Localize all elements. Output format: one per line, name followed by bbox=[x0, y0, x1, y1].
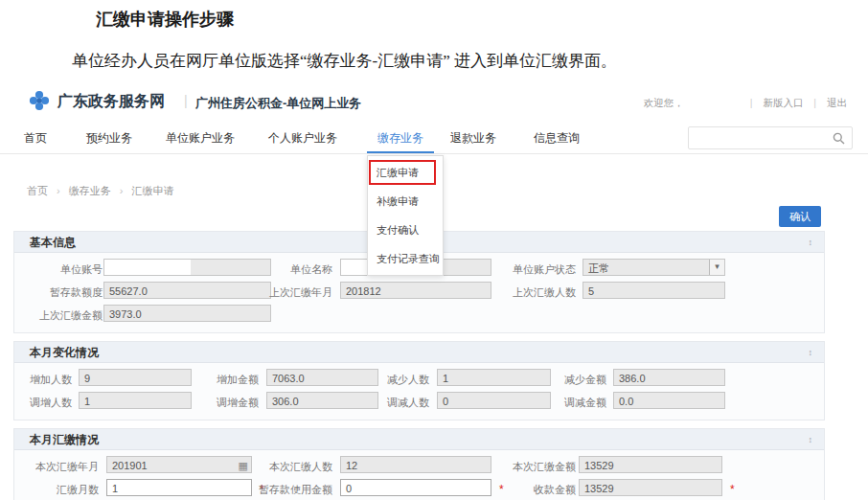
section-header: 本月变化情况 ↕ bbox=[14, 342, 824, 363]
field-label: 调减人数 bbox=[331, 396, 429, 410]
header-separator: | bbox=[813, 97, 816, 108]
confirm-button[interactable]: 确认 bbox=[779, 206, 821, 227]
section-body: 增加人数 9 增加金额 7063.0 减少人数 1 减少金额 386.0 调增人… bbox=[14, 363, 824, 420]
section-month-change: 本月变化情况 ↕ 增加人数 9 增加金额 7063.0 减少人数 1 减少金额 … bbox=[13, 341, 825, 420]
nav-item-personal-account[interactable]: 个人账户业务 bbox=[268, 123, 337, 153]
menu-item-supplement-apply[interactable]: 补缴申请 bbox=[368, 187, 443, 216]
section-title: 本月变化情况 bbox=[30, 346, 99, 359]
brand-subtitle: 广州住房公积金-单位网上业务 bbox=[195, 95, 361, 112]
collapse-icon[interactable]: ↕ bbox=[809, 232, 813, 253]
doc-title: 汇缴申请操作步骤 bbox=[96, 8, 234, 31]
doc-intro: 单位经办人员在网厅单位版选择“缴存业务-汇缴申请” 进入到单位汇缴界面。 bbox=[72, 50, 853, 72]
brand-flower-icon bbox=[29, 90, 50, 115]
field-label: 本次汇缴金额 bbox=[488, 460, 576, 474]
brand-title: 广东政务服务网 bbox=[57, 92, 165, 112]
breadcrumb: 首页 › 缴存业务 › 汇缴申请 bbox=[27, 184, 174, 198]
main-nav: 首页 预约业务 单位账户业务 个人账户业务 缴存业务 退款业务 信息查询 bbox=[0, 123, 868, 154]
link-new-version-entry[interactable]: 新版入口 bbox=[763, 97, 803, 108]
nav-item-appointment[interactable]: 预约业务 bbox=[86, 123, 132, 153]
section-body: 本次汇缴年月 201901 ▦ 本次汇缴人数 12 本次汇缴金额 13529 汇… bbox=[14, 450, 824, 500]
field-label: 暂存款使用金额 bbox=[196, 483, 332, 497]
search-input[interactable] bbox=[688, 126, 853, 149]
field-label: 上次汇缴金额 bbox=[18, 308, 103, 323]
temp-deposit-used-input[interactable]: 0 bbox=[340, 479, 491, 496]
menu-item-payment-confirm[interactable]: 支付确认 bbox=[368, 216, 443, 244]
dropdown-arrow-icon[interactable]: ▾ bbox=[709, 260, 724, 275]
field-label: 增加人数 bbox=[18, 373, 72, 387]
required-marker: * bbox=[730, 483, 735, 496]
field-label: 上次汇缴年月 bbox=[244, 285, 332, 300]
site-header: 广东政务服务网 | 广州住房公积金-单位网上业务 欢迎您， | 新版入口 | 退… bbox=[0, 86, 868, 123]
welcome-text: 欢迎您， bbox=[644, 97, 684, 108]
remit-amount-input[interactable]: 13529 bbox=[579, 456, 722, 473]
breadcrumb-separator: › bbox=[120, 185, 124, 196]
field-label: 上次汇缴人数 bbox=[488, 285, 576, 300]
field-label: 本次汇缴年月 bbox=[18, 460, 99, 474]
field-label: 调减金额 bbox=[480, 396, 606, 410]
search-icon bbox=[833, 132, 845, 145]
adjust-decrease-amount-input[interactable]: 0.0 bbox=[613, 392, 725, 409]
link-logout[interactable]: 退出 bbox=[827, 97, 847, 108]
collapse-icon[interactable]: ↕ bbox=[809, 342, 813, 363]
input-value: 201901 bbox=[112, 460, 148, 471]
nav-item-info-query[interactable]: 信息查询 bbox=[534, 123, 580, 153]
field-label: 单位名称 bbox=[244, 262, 332, 277]
last-remit-amount-input[interactable]: 3973.0 bbox=[103, 305, 271, 322]
breadcrumb-separator: › bbox=[57, 185, 60, 196]
field-label: 收款金额 bbox=[488, 483, 576, 497]
last-remit-month-input[interactable]: 201812 bbox=[340, 282, 491, 299]
nav-item-home[interactable]: 首页 bbox=[24, 123, 47, 153]
nav-item-deposit-active[interactable]: 缴存业务 bbox=[367, 123, 434, 153]
decrease-amount-input[interactable]: 386.0 bbox=[613, 369, 725, 386]
menu-item-remit-apply[interactable]: 汇缴申请 bbox=[368, 158, 443, 187]
field-label: 减少金额 bbox=[480, 373, 606, 387]
field-label: 单位账户状态 bbox=[488, 262, 576, 277]
brand-separator: | bbox=[184, 93, 188, 108]
field-label: 减少人数 bbox=[331, 373, 429, 387]
section-header: 本月汇缴情况 ↕ bbox=[14, 429, 824, 450]
form-row: 增加人数 9 增加金额 7063.0 减少人数 1 减少金额 386.0 bbox=[14, 368, 824, 391]
nav-item-refund[interactable]: 退款业务 bbox=[450, 123, 496, 153]
form-row: 暂存款额度 55627.0 上次汇缴年月 201812 上次汇缴人数 5 bbox=[14, 281, 824, 304]
breadcrumb-home[interactable]: 首页 bbox=[27, 185, 48, 196]
field-label: 单位账号 bbox=[18, 262, 103, 277]
last-remit-count-input[interactable]: 5 bbox=[582, 282, 725, 299]
deposit-dropdown-menu: 汇缴申请 补缴申请 支付确认 支付记录查询 bbox=[367, 155, 444, 276]
form-row: 本次汇缴年月 201901 ▦ 本次汇缴人数 12 本次汇缴金额 13529 bbox=[14, 455, 824, 478]
field-label: 增加金额 bbox=[158, 373, 259, 387]
collapse-icon[interactable]: ↕ bbox=[809, 429, 813, 450]
breadcrumb-remit-apply: 汇缴申请 bbox=[132, 185, 174, 196]
menu-item-label: 汇缴申请 bbox=[377, 167, 419, 178]
form-row: 调增人数 1 调增金额 306.0 调减人数 0 调减金额 0.0 bbox=[14, 391, 824, 414]
field-label: 汇缴月数 bbox=[18, 483, 99, 497]
header-user-area: 欢迎您， | 新版入口 | 退出 bbox=[644, 97, 847, 110]
field-label: 暂存款额度 bbox=[18, 285, 103, 300]
menu-item-payment-records[interactable]: 支付记录查询 bbox=[368, 244, 443, 273]
unit-status-select[interactable]: 正常 ▾ bbox=[582, 259, 725, 276]
field-label: 调增金额 bbox=[158, 396, 259, 410]
breadcrumb-deposit[interactable]: 缴存业务 bbox=[69, 185, 111, 196]
header-separator: | bbox=[750, 97, 753, 108]
nav-item-unit-account[interactable]: 单位账户业务 bbox=[166, 123, 235, 153]
form-row: 汇缴月数 1 * 暂存款使用金额 0 * 收款金额 13529 * bbox=[14, 478, 824, 500]
section-title: 本月汇缴情况 bbox=[30, 433, 99, 446]
remit-count-input[interactable]: 12 bbox=[340, 456, 491, 473]
select-value: 正常 bbox=[588, 262, 609, 274]
field-label: 本次汇缴人数 bbox=[196, 460, 332, 474]
form-row: 上次汇缴金额 3973.0 bbox=[14, 304, 824, 327]
receive-amount-input[interactable]: 13529 bbox=[579, 479, 722, 496]
section-month-remit: 本月汇缴情况 ↕ 本次汇缴年月 201901 ▦ 本次汇缴人数 12 本次汇缴金… bbox=[13, 428, 825, 500]
field-label: 调增人数 bbox=[18, 396, 72, 410]
section-title: 基本信息 bbox=[30, 236, 76, 249]
